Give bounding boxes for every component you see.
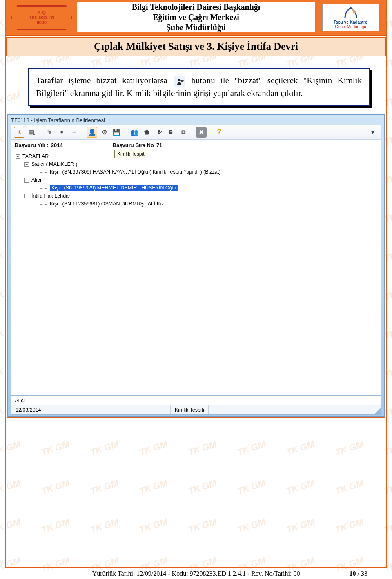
instruction-part1: Taraflar işleme bizzat katılıyorlarsa xyxy=(36,76,173,85)
tree-view[interactable]: −TARAFLAR−Satıcı ( MALİKLER )Kişi : (SN:… xyxy=(11,150,381,395)
header-title-block: Bilgi Teknolojileri Dairesi Başkanlığı E… xyxy=(77,2,315,32)
header-line1: Bilgi Teknolojileri Dairesi Başkanlığı xyxy=(132,2,261,12)
overflow-icon[interactable]: ▾ xyxy=(368,127,378,138)
app-window: TF0118 - İşlem Taraflarının Belirlenmesi… xyxy=(7,114,385,418)
person-dropdown-icon xyxy=(174,76,185,87)
users-icon[interactable]: 👥 xyxy=(129,127,140,138)
tkgm-logo: Tapu ve Kadastro Genel Müdürlüğü xyxy=(315,0,386,35)
seal-line1: K-Q xyxy=(37,10,45,15)
year-label: Başvuru Yılı : xyxy=(15,142,49,148)
doc-subheader: Çıplak Mülkiyet Satışı ve 3. Kişiye İnti… xyxy=(6,37,386,56)
resize-grip-icon[interactable] xyxy=(373,405,381,414)
wand-icon[interactable]: ✎ xyxy=(44,127,55,138)
shield-icon[interactable]: ⬟ xyxy=(141,127,152,138)
seal-line3: 9000 xyxy=(36,20,46,25)
sheet-icon[interactable]: ⧉ xyxy=(178,127,189,138)
tkgm-line1: Tapu ve Kadastro xyxy=(334,20,368,24)
person-icon[interactable]: 👤 xyxy=(87,127,97,138)
footer-info: Yürürlük Tarihi: 12/09/2014 - Kodu: 9729… xyxy=(92,570,300,577)
tree-node[interactable]: Kişi : (SN:112359681) OSMAN DURMUŞ : ALİ… xyxy=(14,200,378,208)
calendar-icon[interactable]: ▦ xyxy=(26,127,37,138)
seal-line2: TSE-ISO-EN xyxy=(29,15,54,20)
instruction-box: Taraflar işleme bizzat katılıyorlarsa bu… xyxy=(28,68,370,106)
svg-point-2 xyxy=(178,79,180,81)
doc-icon[interactable]: 🗎 xyxy=(166,127,176,138)
seq-label: Başvuru Sıra No xyxy=(113,142,154,148)
svg-rect-0 xyxy=(352,9,354,11)
save-icon[interactable]: 💾 xyxy=(111,127,122,138)
quality-seal-logo: K-Q TSE-ISO-EN 9000 xyxy=(6,0,77,35)
window-title: TF0118 - İşlem Taraflarının Belirlenmesi xyxy=(11,117,381,125)
page-total: 33 xyxy=(361,570,368,577)
page-current: 10 xyxy=(350,570,356,577)
gear-icon[interactable]: ⚙ xyxy=(99,127,109,138)
tkgm-line2: Genel Müdürlüğü xyxy=(335,24,366,29)
bottom-field-value: Alıcı xyxy=(15,397,25,403)
tree-node[interactable]: −Alıcı xyxy=(14,176,378,184)
status-bar: 12/03/2014 Kimlik Tespiti xyxy=(11,405,381,414)
bulb-icon[interactable]: ✦ xyxy=(56,127,67,138)
header-line3: Şube Müdürlüğü xyxy=(166,22,226,33)
bottom-field[interactable]: Alıcı xyxy=(11,395,381,405)
doc-header: K-Q TSE-ISO-EN 9000 Bilgi Teknolojileri … xyxy=(6,0,386,36)
tree-node[interactable]: Kişi : (SN:1989329) MEHMET DEMİR : HÜSEY… xyxy=(14,184,378,192)
tree-node[interactable]: −İntifa Hak Lehdarı xyxy=(14,192,378,200)
year-value: 2014 xyxy=(51,142,63,148)
status-mode: Kimlik Tespiti xyxy=(171,405,209,414)
tree-node[interactable]: Kişi : (SN:697309) HASAN KAYA : ALİ Oğlu… xyxy=(14,168,378,176)
help-icon[interactable]: ? xyxy=(214,127,225,138)
plus-icon[interactable]: ＋ xyxy=(69,127,79,138)
footer-page: 10 / 33 xyxy=(350,570,368,577)
svg-rect-1 xyxy=(353,11,356,13)
meta-row: Başvuru Yılı : 2014 Başvuru Sıra No 71 xyxy=(11,140,381,150)
eye-icon[interactable]: 👁 xyxy=(154,127,164,138)
toolbar-tooltip: Kimlik Tespiti xyxy=(114,150,148,158)
page-sep: / xyxy=(356,570,361,577)
page-footer: Yürürlük Tarihi: 12/09/2014 - Kodu: 9729… xyxy=(0,570,392,577)
seq-value: 71 xyxy=(156,142,162,148)
tree-node[interactable]: −TARAFLAR xyxy=(14,153,378,160)
close-icon[interactable]: ✖ xyxy=(196,127,207,138)
toolbar: ☀▦✎✦＋👤⚙💾👥⬟👁🗎⧉✖?▾ xyxy=(11,125,381,140)
tree-node[interactable]: −Satıcı ( MALİKLER ) xyxy=(14,160,378,168)
tkgm-icon xyxy=(343,6,359,20)
header-line2: Eğitim ve Çağrı Merkezi xyxy=(153,12,239,22)
status-date: 12/03/2014 xyxy=(11,405,171,414)
sun-icon[interactable]: ☀ xyxy=(14,127,24,138)
